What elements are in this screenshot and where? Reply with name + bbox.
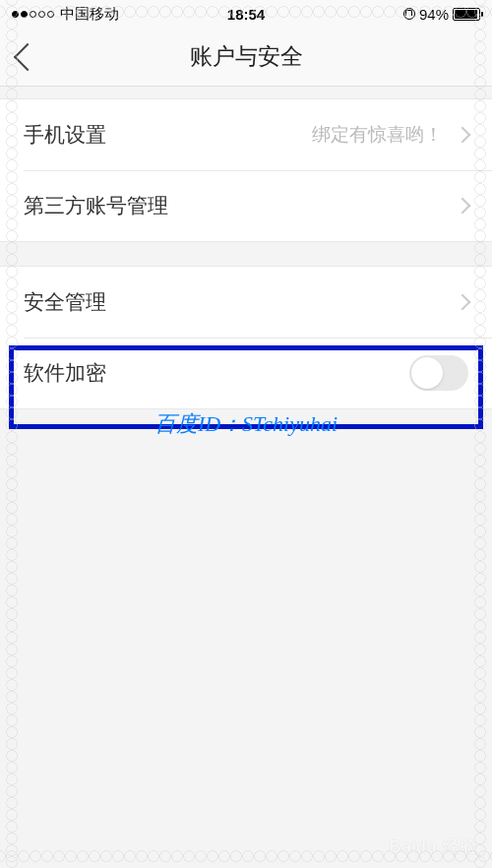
nav-bar: 账户与安全	[0, 28, 492, 87]
list-item-third-party-accounts[interactable]: 第三方账号管理	[0, 170, 492, 241]
chevron-right-icon	[455, 294, 471, 311]
list-item-phone-settings[interactable]: 手机设置 绑定有惊喜哟！	[0, 99, 492, 170]
list-item-software-encryption: 软件加密	[0, 338, 492, 408]
toggle-knob	[411, 357, 443, 389]
page-title: 账户与安全	[190, 41, 303, 72]
carrier-label: 中国移动	[60, 5, 119, 24]
list-item-label: 软件加密	[24, 359, 409, 387]
signal-strength-icon	[12, 11, 54, 18]
watermark-footer-text: Baidu 经验	[390, 836, 478, 858]
list-item-security-management[interactable]: 安全管理	[0, 267, 492, 338]
battery-icon	[453, 8, 480, 21]
back-button[interactable]	[14, 42, 41, 70]
list-item-value: 绑定有惊喜哟！	[312, 122, 443, 148]
status-left: 中国移动	[12, 5, 119, 24]
list-item-label: 第三方账号管理	[24, 192, 457, 219]
status-right: 94%	[403, 6, 480, 23]
list-item-label: 手机设置	[24, 121, 312, 149]
rotation-lock-icon	[403, 8, 415, 20]
settings-group-1: 手机设置 绑定有惊喜哟！ 第三方账号管理	[0, 98, 492, 242]
settings-group-2: 安全管理 软件加密	[0, 266, 492, 409]
content-area: 手机设置 绑定有惊喜哟！ 第三方账号管理 安全管理 软件加密	[0, 87, 492, 409]
chevron-right-icon	[455, 127, 471, 144]
status-bar: 中国移动 18:54 94%	[0, 0, 492, 28]
status-time: 18:54	[227, 6, 265, 23]
software-encryption-toggle[interactable]	[409, 355, 468, 391]
watermark-center-text: 百度ID：STchiyuhai	[154, 409, 338, 439]
battery-percent-label: 94%	[419, 6, 449, 23]
list-item-label: 安全管理	[24, 288, 457, 316]
chevron-right-icon	[455, 198, 471, 215]
